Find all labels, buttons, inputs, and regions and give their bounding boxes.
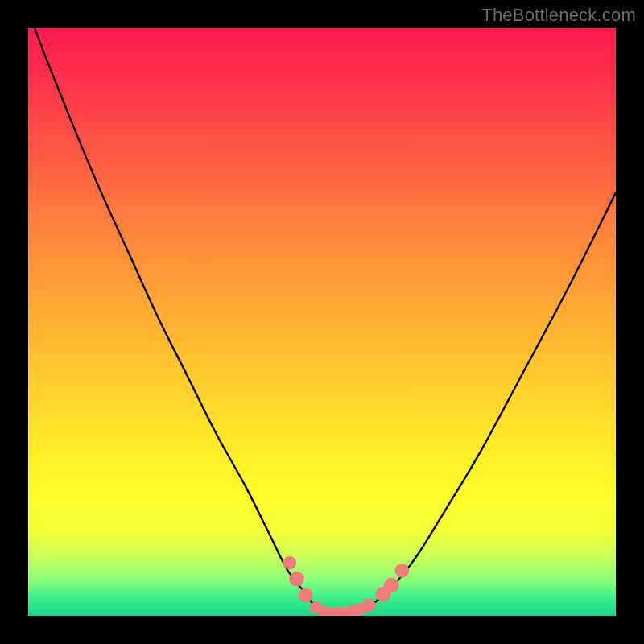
curve-marker xyxy=(362,599,376,613)
curve-marker xyxy=(283,556,297,570)
curve-marker xyxy=(384,578,399,593)
curve-marker xyxy=(299,588,313,603)
curve-svg xyxy=(28,28,616,616)
curve-markers xyxy=(283,556,410,616)
bottleneck-curve xyxy=(28,28,616,613)
curve-marker xyxy=(394,564,409,578)
plot-area xyxy=(28,28,616,616)
watermark-text: TheBottleneck.com xyxy=(481,5,636,26)
curve-marker xyxy=(289,572,304,587)
chart-frame: TheBottleneck.com xyxy=(0,0,644,644)
